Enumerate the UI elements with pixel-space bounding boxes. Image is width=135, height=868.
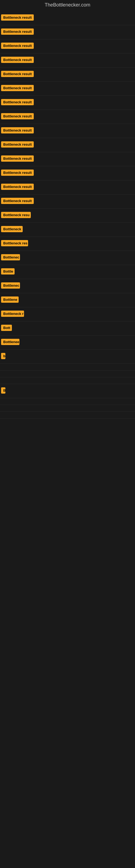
list-item: b [0,350,135,364]
list-item [0,398,135,405]
list-item: Bottleneck result [0,166,135,180]
bottleneck-result-badge[interactable]: Bottleneck result [1,29,34,35]
bottleneck-result-badge[interactable]: Bottlenee [1,339,19,345]
list-item: Bottleneck [0,223,135,237]
site-title: TheBottlenecker.com [0,0,135,11]
bottleneck-result-badge[interactable]: Bottleneck result [1,71,34,77]
list-item: B [0,384,135,398]
list-item [0,377,135,384]
bottleneck-result-badge[interactable]: B [1,388,5,394]
bottleneck-result-badge[interactable]: Bottleneck result [1,113,34,119]
list-item: Bottleneck r [0,307,135,321]
list-item: Bottleneck resu [0,209,135,223]
list-item: Bottleneck result [0,25,135,39]
list-item [0,412,135,418]
bottleneck-result-badge[interactable]: Bott [1,325,12,331]
bottleneck-result-badge[interactable]: Bottlenec [1,254,20,260]
bottleneck-result-badge[interactable]: Bottlene [1,297,18,303]
bottleneck-result-badge[interactable]: Bottleneck result [1,155,34,162]
list-item: Bottleneck result [0,152,135,166]
bottleneck-result-badge[interactable]: Bottleneck result [1,127,34,133]
list-item: Bottleneck result [0,124,135,138]
list-item: Bottleneck result [0,67,135,82]
bottleneck-result-badge[interactable]: Bottleneck result [1,99,34,105]
list-item: Bottleneck result [0,54,135,67]
bottleneck-result-badge[interactable]: Bottle [1,268,14,275]
bottleneck-result-badge[interactable]: Bottleneck result [1,141,34,148]
bottleneck-result-badge[interactable]: Bottlenec [1,282,20,289]
site-title-container: TheBottlenecker.com [0,0,135,11]
list-item [0,364,135,371]
bottleneck-result-badge[interactable]: Bottleneck [1,226,23,232]
bottleneck-result-badge[interactable]: Bottleneck result [1,42,34,49]
list-item: Bottlenec [0,251,135,265]
list-item: Bottleneck result [0,194,135,209]
bottleneck-result-badge[interactable]: Bottleneck result [1,14,34,21]
bottleneck-result-badge[interactable]: Bottleneck result [1,169,34,176]
list-item: Bottle [0,265,135,279]
bottleneck-result-badge[interactable]: Bottleneck resu [1,212,31,218]
bottleneck-result-badge[interactable]: Bottleneck r [1,311,24,317]
list-item: Bott [0,321,135,336]
list-item: Bottleneck result [0,96,135,110]
rows-container: Bottleneck resultBottleneck resultBottle… [0,11,135,418]
bottleneck-result-badge[interactable]: Bottleneck res [1,240,28,246]
list-item: Bottleneck res [0,237,135,251]
list-item: Bottleneck result [0,138,135,152]
list-item: Bottlene [0,293,135,307]
bottleneck-result-badge[interactable]: Bottleneck result [1,85,34,91]
list-item: Bottleneck result [0,180,135,194]
list-item: Bottlenec [0,279,135,293]
list-item: Bottleneck result [0,11,135,25]
bottleneck-result-badge[interactable]: Bottleneck result [1,57,34,63]
bottleneck-result-badge[interactable]: Bottleneck result [1,198,34,204]
bottleneck-result-badge[interactable]: Bottleneck result [1,184,34,190]
list-item: Bottleneck result [0,39,135,54]
list-item [0,405,135,412]
bottleneck-result-badge[interactable]: b [1,353,5,359]
list-item [0,371,135,377]
list-item: Bottlenee [0,336,135,350]
list-item: Bottleneck result [0,82,135,96]
list-item: Bottleneck result [0,110,135,124]
